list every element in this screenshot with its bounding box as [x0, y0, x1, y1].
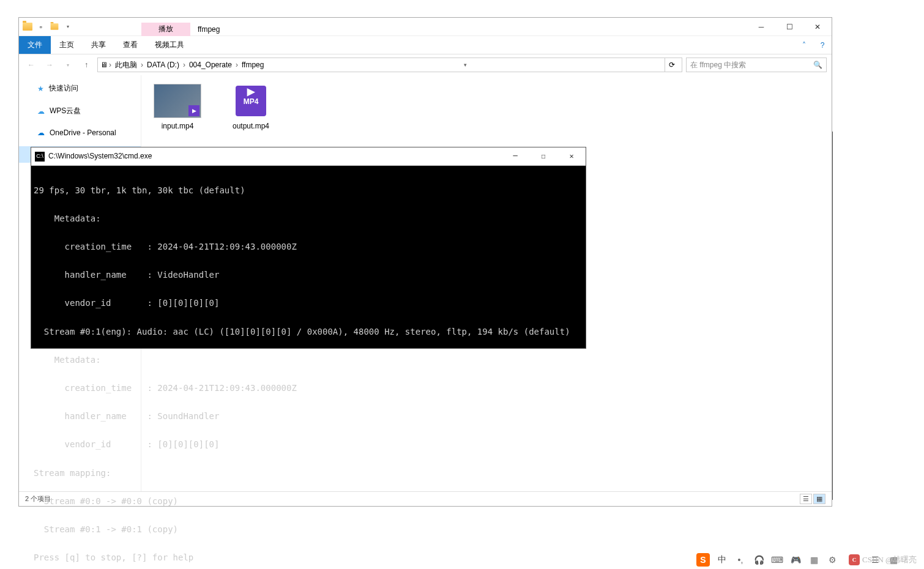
breadcrumb[interactable]: 004_Operate: [187, 61, 234, 69]
gamepad-icon[interactable]: 🎮: [789, 554, 802, 566]
sidebar-item-wps[interactable]: WPS云盘: [19, 103, 141, 119]
nav-recent-dropdown[interactable]: ▾: [61, 58, 75, 72]
terminal-body[interactable]: 29 fps, 30 tbr, 1k tbn, 30k tbc (default…: [31, 166, 586, 569]
close-button[interactable]: ✕: [557, 147, 586, 166]
minimize-button[interactable]: ─: [501, 147, 529, 166]
chevron-right-icon[interactable]: ›: [141, 61, 143, 69]
properties-icon[interactable]: ▫: [35, 21, 47, 33]
help-icon[interactable]: ?: [813, 36, 832, 54]
sidebar-item-label: 快速访问: [49, 83, 78, 94]
folder-icon[interactable]: [21, 21, 34, 33]
window-title: ffmpeg: [190, 23, 227, 36]
file-item[interactable]: ▶ input.mp4: [150, 84, 205, 130]
address-bar[interactable]: 🖥 › 此电脑 › DATA (D:) › 004_Operate › ffmp…: [97, 58, 682, 72]
quick-access-toolbar: ▫ ▾: [19, 21, 74, 33]
terminal-line: creation_time : 2024-04-21T12:09:43.0000…: [34, 242, 583, 251]
sogou-ime-icon[interactable]: S: [696, 553, 710, 567]
ribbon-tab-home[interactable]: 主页: [51, 36, 83, 54]
view-icons-icon[interactable]: ▦: [813, 494, 825, 504]
ime-punct-icon[interactable]: •,: [734, 554, 747, 566]
headphone-icon[interactable]: 🎧: [753, 554, 765, 566]
minimize-button[interactable]: ─: [747, 18, 775, 36]
chevron-right-icon[interactable]: ›: [183, 61, 185, 69]
cmd-window-1: C:\ C:\Windows\System32\cmd.exe ─ ☐ ✕ 29…: [31, 147, 586, 349]
file-label: input.mp4: [150, 122, 205, 130]
nav-forward-button[interactable]: →: [42, 58, 57, 72]
breadcrumb[interactable]: DATA (D:): [144, 61, 182, 69]
cloud-icon: [37, 107, 45, 116]
keyboard-icon[interactable]: ⌨: [771, 554, 783, 566]
sidebar-item-quick-access[interactable]: ★快速访问: [19, 80, 141, 97]
search-placeholder: 在 ffmpeg 中搜索: [690, 60, 746, 70]
onedrive-icon: [37, 128, 45, 137]
nav-up-button[interactable]: ↑: [79, 58, 94, 72]
terminal-line: vendor_id : [0][0][0][0]: [34, 440, 583, 449]
chevron-right-icon[interactable]: ›: [109, 61, 111, 69]
contextual-tabs: 播放 ffmpeg: [141, 18, 227, 36]
context-tab-play[interactable]: 播放: [141, 23, 190, 36]
breadcrumb[interactable]: ffmpeg: [239, 61, 266, 69]
file-item[interactable]: ▶MP4 output.mp4: [223, 84, 278, 130]
sidebar-item-onedrive[interactable]: OneDrive - Personal: [19, 125, 141, 140]
cmd-icon: C:\: [35, 152, 45, 162]
maximize-button[interactable]: ☐: [775, 18, 803, 36]
ribbon-expand-icon[interactable]: ˄: [795, 36, 813, 54]
ribbon-tab-file[interactable]: 文件: [19, 36, 51, 54]
sidebar-item-label: OneDrive - Personal: [50, 128, 116, 137]
ribbon-tab-video[interactable]: 视频工具: [146, 36, 193, 54]
terminal-line: 29 fps, 30 tbr, 1k tbn, 30k tbc (default…: [34, 186, 583, 195]
apps-icon[interactable]: ▦: [808, 554, 820, 566]
breadcrumb[interactable]: 此电脑: [113, 60, 140, 70]
maximize-button[interactable]: ☐: [529, 147, 557, 166]
csdn-watermark: C CSDN @韩曙亮: [849, 554, 917, 565]
view-details-icon[interactable]: ☰: [800, 494, 812, 504]
ribbon-tab-share[interactable]: 共享: [83, 36, 114, 54]
qat-dropdown-icon[interactable]: ▾: [62, 21, 74, 33]
terminal-line: Stream mapping:: [34, 469, 583, 478]
terminal-line: Metadata:: [34, 214, 583, 223]
explorer-titlebar: ▫ ▾ 播放 ffmpeg ─ ☐ ✕: [19, 18, 832, 36]
terminal-line: handler_name : VideoHandler: [34, 270, 583, 280]
sidebar-item-label: WPS云盘: [50, 106, 81, 116]
terminal-line: handler_name : SoundHandler: [34, 412, 583, 421]
csdn-logo-icon: C: [849, 554, 860, 565]
terminal-line: Stream #0:0 -> #0:0 (copy): [34, 497, 583, 506]
video-thumbnail: ▶: [154, 84, 201, 118]
terminal-titlebar[interactable]: C:\ C:\Windows\System32\cmd.exe ─ ☐ ✕: [31, 147, 586, 166]
terminal-line: Stream #0:1(eng): Audio: aac (LC) ([10][…: [34, 327, 583, 337]
ribbon-tab-view[interactable]: 查看: [114, 36, 146, 54]
ribbon: 文件 主页 共享 查看 视频工具 ˄ ?: [19, 36, 832, 54]
play-icon: ▶: [188, 105, 199, 116]
terminal-title: C:\Windows\System32\cmd.exe: [48, 152, 152, 160]
new-folder-icon[interactable]: [48, 21, 61, 33]
close-button[interactable]: ✕: [803, 18, 832, 36]
terminal-line: vendor_id : [0][0][0][0]: [34, 299, 583, 308]
chevron-right-icon[interactable]: ›: [236, 61, 238, 69]
watermark-text: CSDN @韩曙亮: [862, 554, 917, 565]
address-dropdown-icon[interactable]: ▾: [458, 58, 473, 72]
settings-icon[interactable]: ⚙: [826, 554, 838, 566]
refresh-icon[interactable]: ⟳: [665, 58, 679, 72]
terminal-line: Press [q] to stop, [?] for help: [34, 553, 583, 562]
terminal-line: Metadata:: [34, 355, 583, 365]
terminal-line: Stream #0:1 -> #0:1 (copy): [34, 525, 583, 534]
star-icon: ★: [37, 84, 44, 93]
file-label: output.mp4: [223, 122, 278, 130]
mp4-icon: ▶MP4: [227, 84, 275, 118]
terminal-line: creation_time : 2024-04-21T12:09:43.0000…: [34, 384, 583, 393]
pc-icon: 🖥: [100, 61, 108, 69]
address-row: ← → ▾ ↑ 🖥 › 此电脑 › DATA (D:) › 004_Operat…: [19, 54, 832, 75]
search-input[interactable]: 在 ffmpeg 中搜索 🔍: [686, 58, 827, 72]
search-icon[interactable]: 🔍: [813, 61, 822, 69]
ime-lang-icon[interactable]: 中: [716, 554, 728, 566]
nav-back-button[interactable]: ←: [24, 58, 39, 72]
window-controls: ─ ☐ ✕: [747, 18, 832, 36]
